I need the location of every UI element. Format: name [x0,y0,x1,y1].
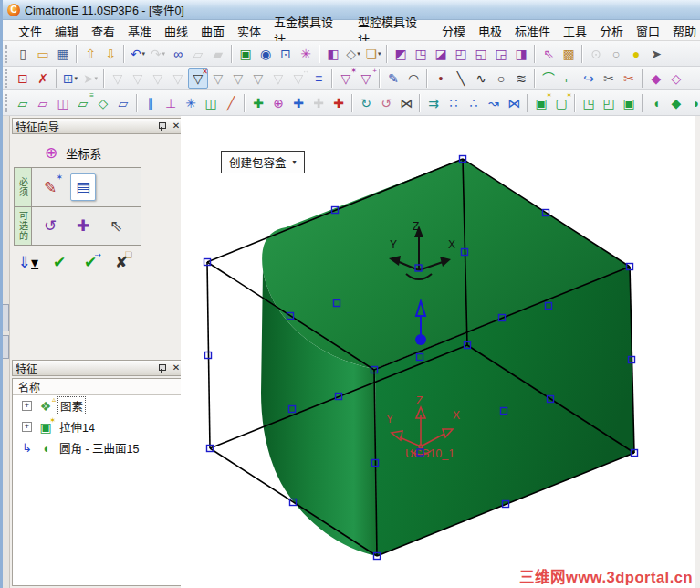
view-iso-icon[interactable]: ◩ [391,44,411,64]
filter-dims-icon[interactable]: ▽ [268,68,288,89]
solid-add-icon[interactable]: ◰ [599,93,619,113]
translate-icon[interactable]: ⇉ [423,93,444,113]
axis-planes-icon[interactable]: ◫ [201,93,221,113]
filter-settings-icon[interactable]: ≡ [308,68,329,89]
plane-angle-icon[interactable]: ◇ [93,93,113,113]
coil-icon[interactable]: ≋ [511,68,531,89]
tree-item-label[interactable]: 图素 [57,396,86,415]
point-icon[interactable]: • [431,68,451,89]
export-file-icon[interactable]: ⇩ [100,44,120,64]
add-filter-icon[interactable]: ▽+ [356,68,376,89]
draft-icon[interactable]: ◗ [686,93,700,113]
solid-intersect-icon[interactable]: ▣ [619,93,639,113]
menu-item-3[interactable]: 基准 [121,20,158,41]
render-window-icon[interactable]: ▣ [235,44,256,64]
shaded-display-icon[interactable]: ◧ [323,44,343,64]
features-header[interactable]: 特征 ✕ [12,360,185,376]
round-icon[interactable]: ◖ [646,93,666,113]
menu-item-9[interactable]: 分模 [435,20,472,41]
menu-item-13[interactable]: 分析 [593,20,630,41]
axis-angle-icon[interactable]: ╱ [221,93,241,113]
frame-pick-icon[interactable]: ⊡ [13,68,33,89]
ok-button[interactable]: ✔ [48,251,70,273]
menu-item-6[interactable]: 实体 [231,20,267,41]
ucs-geometry-icon[interactable]: ✚ [248,93,268,113]
view-front-icon[interactable]: ◳ [411,44,431,64]
pattern-radial-icon[interactable]: ∴ [464,93,484,113]
chamfer-icon[interactable]: ◆ [666,93,686,113]
view-right-icon[interactable]: ◱ [471,44,491,64]
define-by-sketch-icon[interactable]: ✎✶ [37,173,63,201]
plane-parallel-icon[interactable]: ▱ [13,93,33,113]
axis-center-icon[interactable]: ✳ [181,93,201,113]
zoom-selected-icon[interactable]: ◉ [256,44,276,64]
circle-icon[interactable]: ○ [491,68,511,89]
cancel-button[interactable]: ✘❏ [110,251,132,273]
mirror-pattern-icon[interactable]: ⋈ [504,93,524,113]
copy-view-icon[interactable]: ▱ [188,44,208,64]
mirror-icon[interactable]: ⋈ [396,93,416,113]
plane-offset-icon[interactable]: ▱≡ [73,93,93,113]
move-copy-icon[interactable]: ↻ [356,93,376,113]
solid-remove-icon[interactable]: ◳ [579,93,599,113]
apply-options-button[interactable]: ⇓▾ [17,251,39,273]
open-document-icon[interactable]: ▭ [33,44,53,64]
wireframe-display-icon[interactable]: ◇▾ [343,44,363,64]
view-left-icon[interactable]: ◰ [451,44,471,64]
tree-item-label[interactable]: 圆角 - 三曲面15 [57,439,141,457]
ucs-translate-icon[interactable]: ✚ [308,93,329,113]
view-top-icon[interactable]: ◲ [491,44,511,64]
tree-item[interactable]: +❖▵图素 [13,395,184,416]
menu-item-5[interactable]: 曲面 [194,20,231,41]
expand-icon[interactable]: + [22,422,32,432]
paste-view-icon[interactable]: ▰ [208,44,228,64]
special-pick-icon[interactable]: ➤▾ [80,68,100,89]
add-pick-icon[interactable]: ⊞▾ [60,68,80,89]
new-solid-icon[interactable]: ▣✶ [531,93,551,113]
expand-icon[interactable]: + [22,401,32,411]
ok-continue-button[interactable]: ✔⇢ [79,251,101,273]
menu-item-15[interactable]: 帮助 [666,20,700,41]
toolbar-grip[interactable] [5,45,9,63]
spline-icon[interactable]: ∿ [471,68,491,89]
filter-clear-icon[interactable]: ▽✕ [188,68,208,89]
redo-icon[interactable]: ↷▾ [148,44,168,64]
toolbar-grip[interactable] [5,94,9,112]
axis-point-icon[interactable]: ⊥ [161,93,181,113]
orient-sketch-icon[interactable]: ⇖ [538,44,559,64]
filter-solids-icon[interactable]: ▽ [128,68,148,89]
ucs-origin-icon[interactable]: ✚ [288,93,308,113]
rotate-copy-icon[interactable]: ↺ [376,93,396,113]
sketcher-icon[interactable]: ✎ [383,68,403,89]
menu-item-10[interactable]: 电极 [472,20,508,41]
new-sheet-icon[interactable]: ▢✶ [551,93,571,113]
import-file-icon[interactable]: ⇧ [80,44,100,64]
viewport-canvas[interactable]: Z Y X [181,116,695,588]
filter-sketches-icon[interactable]: ▽ [248,68,268,89]
fillet-curve-icon[interactable]: ⌒ [538,68,559,89]
plane-points-icon[interactable]: ▱ [113,93,133,113]
ucs-circle-icon[interactable]: ⊕ [268,93,288,113]
pick-arrow-icon[interactable]: ➤ [646,44,666,64]
rotate-view-icon[interactable]: ✳ [296,44,316,64]
pattern-grid-icon[interactable]: ∷ [444,93,464,113]
feature-wizard-header[interactable]: 特征向导 ✕ [12,118,185,134]
filter-faces-icon[interactable]: ▽ [148,68,168,89]
zoom-window-icon[interactable]: ⊡ [276,44,296,64]
ucs-pick-icon[interactable]: ✚ [329,93,349,113]
tree-column-header[interactable]: 名称 [13,379,184,395]
filter-points-icon[interactable]: ▽ [228,68,248,89]
save-document-icon[interactable]: ▦ [53,44,73,64]
filter-parts-icon[interactable]: ▽ [108,68,128,89]
view-bottom-icon[interactable]: ◨ [511,44,531,64]
collapsed-panel-tab[interactable] [3,304,9,331]
ruled-surface-icon[interactable]: ◇ [666,68,686,89]
menu-item-14[interactable]: 窗口 [630,20,666,41]
light-off-icon[interactable]: ○ [606,44,626,64]
tree-item-label[interactable]: 拉伸14 [57,418,97,436]
corner-round-icon[interactable]: ⌐ [559,68,579,89]
new-document-icon[interactable]: ▯ [13,44,33,64]
tree-item[interactable]: ↳◖圆角 - 三曲面15 [13,437,184,458]
extend-curve-icon[interactable]: ↪ [579,68,599,89]
ghost-display-icon[interactable]: ⊙ [586,44,606,64]
